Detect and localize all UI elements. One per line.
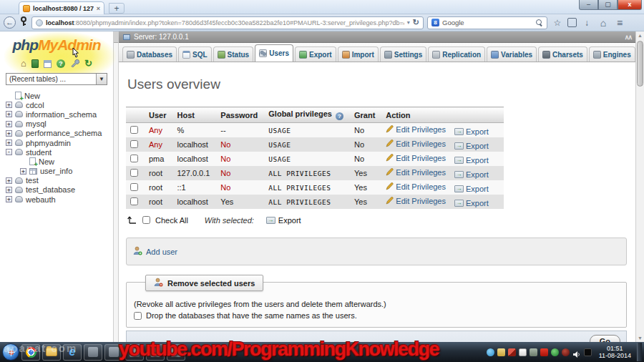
- site-identity-icon[interactable]: [36, 19, 43, 26]
- window-close-button[interactable]: x: [618, 0, 642, 10]
- downloads-icon[interactable]: ↓: [580, 16, 593, 30]
- tree-item-phpmyadmin[interactable]: +phpmyadmin: [4, 138, 113, 147]
- tray-darkred-icon[interactable]: [562, 348, 570, 356]
- url-dropdown-icon[interactable]: ▾: [407, 19, 410, 26]
- export-link[interactable]: →Export: [454, 127, 489, 136]
- tree-item-user_info[interactable]: +user_info: [4, 167, 113, 176]
- tree-expander-icon[interactable]: +: [6, 177, 12, 184]
- tray-blue-icon[interactable]: [487, 348, 494, 356]
- tree-expander-icon[interactable]: -: [6, 149, 12, 155]
- tree-item-new[interactable]: New: [4, 157, 113, 166]
- settings-wrench-icon[interactable]: [70, 57, 79, 70]
- documentation-icon[interactable]: ?: [57, 59, 65, 68]
- google-engine-icon[interactable]: 8: [431, 19, 439, 26]
- tab-engines[interactable]: Engines: [589, 47, 635, 62]
- tree-expander-icon[interactable]: +: [6, 102, 12, 108]
- browser-tab[interactable]: localhost:8080 / 127.0.0.1 | ... ×: [19, 1, 104, 14]
- row-checkbox[interactable]: [130, 169, 138, 177]
- menu-icon[interactable]: ≡: [613, 16, 626, 30]
- tab-import[interactable]: Import: [338, 47, 379, 62]
- row-checkbox[interactable]: [130, 183, 138, 191]
- tray-green-icon[interactable]: [551, 348, 559, 356]
- tree-item-mysql[interactable]: +mysql: [4, 119, 113, 129]
- export-link[interactable]: →Export: [454, 170, 489, 179]
- with-selected-export-button[interactable]: → Export: [266, 216, 301, 225]
- export-link[interactable]: →Export: [454, 142, 489, 150]
- panel-splitter[interactable]: [113, 31, 119, 342]
- scroll-down-icon[interactable]: ▼: [636, 334, 644, 342]
- tab-databases[interactable]: Databases: [122, 47, 177, 62]
- tree-item-webauth[interactable]: +webauth: [4, 195, 113, 204]
- tree-expander-icon[interactable]: +: [6, 111, 12, 117]
- scroll-to-top-icon[interactable]: ∧∧: [625, 34, 631, 41]
- server-label[interactable]: Server: 127.0.0.1: [134, 33, 189, 41]
- export-link[interactable]: →Export: [454, 185, 489, 193]
- recent-tables-select[interactable]: (Recent tables) ... ▼: [6, 73, 107, 85]
- check-all-label[interactable]: Check All: [155, 216, 188, 225]
- tray-red-icon[interactable]: [508, 348, 516, 356]
- tab-charsets[interactable]: Charsets: [538, 47, 587, 62]
- add-user-link[interactable]: Add user: [133, 246, 177, 257]
- tree-expander-icon[interactable]: +: [20, 168, 26, 175]
- reload-icon[interactable]: ↻: [413, 18, 419, 27]
- edit-privileges-link[interactable]: Edit Privileges: [386, 168, 446, 177]
- bookmark-star-icon[interactable]: ☆: [551, 16, 564, 30]
- tray-black-icon[interactable]: [584, 348, 592, 356]
- edit-privileges-link[interactable]: Edit Privileges: [386, 197, 446, 206]
- browser-home-icon[interactable]: ⌂: [597, 16, 610, 30]
- panel-collapse-handle[interactable]: [114, 31, 118, 43]
- window-maximize-button[interactable]: ▢: [598, 0, 618, 10]
- tree-expander-icon[interactable]: +: [6, 187, 12, 193]
- tab-export[interactable]: Export: [295, 47, 336, 62]
- remove-users-legend[interactable]: Remove selected users: [145, 275, 263, 291]
- select-caret-icon[interactable]: ▼: [96, 74, 107, 84]
- row-checkbox[interactable]: [130, 140, 138, 148]
- row-checkbox[interactable]: [130, 155, 138, 162]
- vertical-scrollbar[interactable]: ▲ ▼: [635, 31, 644, 342]
- url-bar[interactable]: localhost:8080/phpmyadmin/index.php?toke…: [31, 16, 424, 29]
- tray-adobe-icon[interactable]: [540, 348, 548, 356]
- row-checkbox[interactable]: [130, 126, 138, 134]
- refresh-icon[interactable]: ↻: [84, 59, 92, 68]
- tree-item-new[interactable]: New: [4, 91, 113, 100]
- sql-window-icon[interactable]: [44, 60, 52, 68]
- row-checkbox[interactable]: [130, 197, 138, 205]
- bookmarks-panel-icon[interactable]: [567, 18, 577, 27]
- edit-privileges-link[interactable]: Edit Privileges: [386, 182, 446, 192]
- tree-expander-icon[interactable]: +: [6, 140, 12, 146]
- show-desktop-button[interactable]: [637, 343, 642, 361]
- window-minimize-button[interactable]: –: [579, 0, 598, 10]
- back-button[interactable]: ←: [4, 16, 16, 29]
- taskbar-app-app[interactable]: [84, 344, 102, 361]
- edit-privileges-link[interactable]: Edit Privileges: [386, 140, 446, 149]
- tree-item-test[interactable]: +test: [4, 176, 113, 185]
- tree-item-information_schema[interactable]: +information_schema: [4, 109, 113, 119]
- search-input[interactable]: 8 Google: [427, 16, 547, 29]
- tab-settings[interactable]: Settings: [380, 47, 426, 62]
- tab-variables[interactable]: Variables: [487, 47, 537, 62]
- logout-icon[interactable]: [31, 59, 39, 68]
- tray-word-icon[interactable]: [497, 348, 505, 356]
- tray-notepad-icon[interactable]: [519, 348, 527, 356]
- new-tab-button[interactable]: +: [109, 3, 125, 14]
- check-all-checkbox[interactable]: [142, 216, 150, 224]
- tree-item-test_database[interactable]: +test_database: [4, 185, 113, 195]
- tab-status[interactable]: Status: [213, 47, 254, 62]
- phpmyadmin-logo[interactable]: phpMyAdmin: [0, 36, 113, 54]
- tree-expander-icon[interactable]: +: [6, 196, 12, 202]
- taskbar-clock[interactable]: 01:51 11-08-2014: [595, 345, 635, 360]
- tree-item-performance_schema[interactable]: +performance_schema: [4, 129, 113, 138]
- tab-users[interactable]: Users: [255, 44, 293, 62]
- drop-databases-checkbox[interactable]: [134, 312, 142, 320]
- edit-privileges-link[interactable]: Edit Privileges: [386, 154, 446, 163]
- scrollbar-thumb[interactable]: [637, 41, 643, 87]
- export-link[interactable]: →Export: [454, 156, 489, 165]
- tray-speaker-icon[interactable]: [572, 348, 581, 356]
- export-link[interactable]: →Export: [454, 199, 489, 207]
- tab-sql[interactable]: SQL: [178, 47, 212, 62]
- tab-close-icon[interactable]: ×: [97, 5, 100, 12]
- tab-replication[interactable]: Replication: [428, 47, 485, 62]
- help-icon[interactable]: ?: [336, 112, 343, 120]
- tree-expander-icon[interactable]: +: [6, 121, 12, 127]
- go-button[interactable]: Go: [590, 335, 620, 342]
